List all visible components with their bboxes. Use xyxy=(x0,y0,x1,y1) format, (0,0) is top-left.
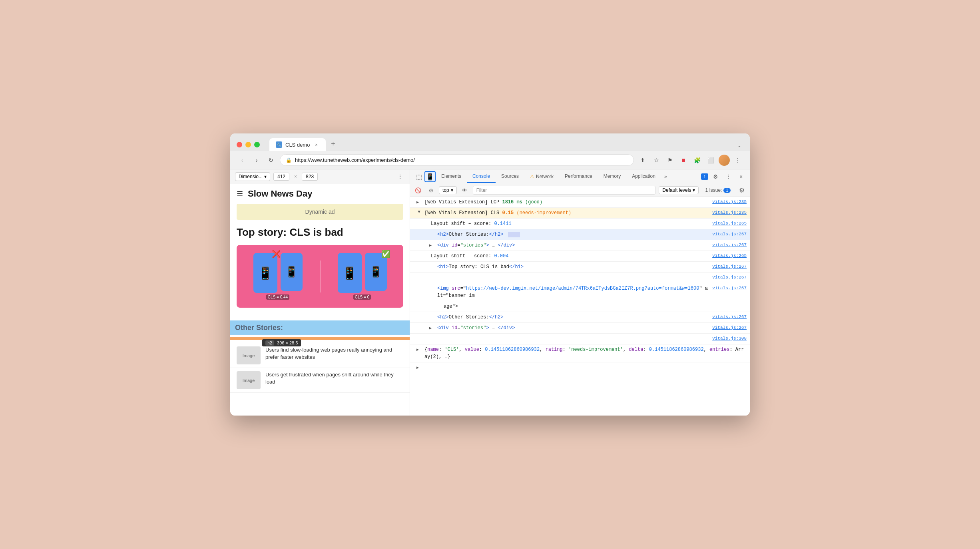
top-context-dropdown[interactable]: top ▾ xyxy=(439,186,457,194)
tab-sources[interactable]: Sources xyxy=(496,170,524,183)
h2-link[interactable]: vitals.js:267 xyxy=(712,231,747,238)
filter-input[interactable] xyxy=(473,186,656,195)
tab-favicon: 🔧 xyxy=(276,141,282,148)
new-tab-button[interactable]: + xyxy=(327,138,339,149)
forward-button[interactable]: › xyxy=(251,155,262,166)
tab-elements[interactable]: Elements xyxy=(436,170,467,183)
width-input[interactable] xyxy=(273,173,289,181)
maximize-button[interactable] xyxy=(254,142,260,147)
address-bar[interactable]: 🔒 https://www.tunetheweb.com/experiments… xyxy=(280,154,634,166)
flag-button[interactable]: ⚑ xyxy=(664,155,675,166)
ls2-text: Layout shift – score: xyxy=(431,253,494,259)
div-stories-2: ▶ <div id="stories"> … </div> vitals.js:… xyxy=(410,323,750,334)
ls1-content: Layout shift – score: 0.1411 xyxy=(431,220,709,227)
settings-button[interactable]: ⚙ xyxy=(710,171,721,182)
ls2-link[interactable]: vitals.js:265 xyxy=(712,253,747,259)
expand-arrow-obj[interactable]: ▶ xyxy=(416,347,421,353)
h1-text: Top story: CLS is bad xyxy=(449,264,509,270)
div1-close: </div> xyxy=(498,243,515,248)
h2b-link[interactable]: vitals.js:267 xyxy=(712,314,747,320)
tab-overflow-button[interactable]: » xyxy=(661,171,670,183)
story-title: Top story: CLS is bad xyxy=(237,226,403,239)
expand-arrow-div2[interactable]: ▶ xyxy=(429,325,434,331)
cls-link[interactable]: vitals.js:235 xyxy=(712,209,747,216)
reload-button[interactable]: ↻ xyxy=(265,155,277,166)
tab-performance[interactable]: Performance xyxy=(559,170,598,183)
dimension-dropdown[interactable]: Dimensio... ▾ xyxy=(235,172,270,181)
eye-button[interactable]: 👁 xyxy=(460,185,470,195)
expand-arrow-div1[interactable]: ▶ xyxy=(429,243,434,249)
close-button[interactable] xyxy=(237,142,242,147)
div2-gt: > xyxy=(486,325,489,331)
img-link[interactable]: vitals.js:267 xyxy=(712,285,747,292)
tab-memory[interactable]: Memory xyxy=(598,170,626,183)
browser-window: 🔧 CLS demo × + ⌄ ‹ › ↻ 🔒 https://www.tun… xyxy=(230,133,750,416)
div2-ellipsis: … xyxy=(489,325,498,331)
more-button[interactable]: ⋮ xyxy=(732,155,743,166)
v308-link[interactable]: vitals.js:308 xyxy=(712,335,747,342)
devtools-device-icon[interactable]: 📱 xyxy=(424,171,436,182)
tab-close-button[interactable]: × xyxy=(313,141,319,148)
active-tab[interactable]: 🔧 CLS demo × xyxy=(269,138,326,151)
tab-console[interactable]: Console xyxy=(467,170,496,183)
lock-icon: 🔒 xyxy=(286,157,292,163)
obj-value-val: 0.14511862860986932 xyxy=(485,347,540,352)
layout-shift-1: ▶ Layout shift – score: 0.1411 vitals.js… xyxy=(410,219,750,229)
h1-open: <h1> xyxy=(437,264,449,270)
div2-content: <div id="stories"> … </div> xyxy=(437,324,709,332)
h1-link[interactable]: vitals.js:267 xyxy=(712,263,747,270)
console-settings-button[interactable]: ⚙ xyxy=(737,185,747,195)
title-bar: 🔧 CLS demo × + ⌄ xyxy=(230,133,750,151)
minimize-button[interactable] xyxy=(245,142,251,147)
back-button[interactable]: ‹ xyxy=(237,155,248,166)
log-levels-dropdown[interactable]: Default levels ▾ xyxy=(659,186,699,194)
sidebar-button[interactable]: ⬜ xyxy=(705,155,716,166)
lcp-link[interactable]: vitals.js:235 xyxy=(712,199,747,205)
height-input[interactable] xyxy=(302,173,318,181)
v308-content xyxy=(424,335,709,342)
console-output: ▶ [Web Vitals Extension] LCP 1816 ms (go… xyxy=(410,197,750,416)
div1-val: "stories" xyxy=(460,243,486,248)
obj-name-val: 'CLS' xyxy=(444,347,459,352)
div1-link[interactable]: vitals.js:267 xyxy=(712,242,747,249)
cls-demo-image: 📱 ❌ 📱 CLS = 0.44 xyxy=(237,245,403,308)
tab-application[interactable]: Application xyxy=(626,170,661,183)
story-text-1: Users find slow-loading web pages really… xyxy=(265,346,403,361)
devtools-inspect-icon[interactable]: ⬚ xyxy=(413,171,424,182)
more-devtools-button[interactable]: ⋮ xyxy=(723,171,734,182)
x-icon: ❌ xyxy=(272,250,281,259)
ls1-link[interactable]: vitals.js:265 xyxy=(712,220,747,227)
traffic-lights xyxy=(237,142,260,147)
ls2-content: Layout shift – score: 0.004 xyxy=(431,253,709,260)
bookmark-button[interactable]: ☆ xyxy=(651,155,662,166)
blank-line-1: ▶ vitals.js:267 xyxy=(410,273,750,283)
filter-button[interactable]: ⊘ xyxy=(426,185,436,195)
expand-arrow-cls[interactable]: ▶ xyxy=(416,211,422,216)
expand-arrow-lcp[interactable]: ▶ xyxy=(416,199,421,205)
site-title: Slow News Day xyxy=(248,189,312,199)
nav-bar: ‹ › ↻ 🔒 https://www.tunetheweb.com/exper… xyxy=(230,151,750,169)
blank-link[interactable]: vitals.js:267 xyxy=(712,274,747,281)
cls-object-line: ▶ {name: 'CLS', value: 0.145118628609869… xyxy=(410,344,750,362)
phone-group-bad: 📱 ❌ 📱 xyxy=(253,253,303,293)
clear-console-button[interactable]: 🚫 xyxy=(413,185,423,195)
nav-actions: ⬆ ☆ ⚑ ■ 🧩 ⬜ ⋮ xyxy=(637,155,743,166)
chevron-down-icon[interactable]: ⌄ xyxy=(735,141,743,149)
ls2-value: 0.004 xyxy=(494,253,508,259)
profile-button[interactable] xyxy=(719,155,730,166)
extensions-button[interactable]: 🧩 xyxy=(691,155,703,166)
share-button[interactable]: ⬆ xyxy=(637,155,648,166)
phone-icon-bad-1: 📱 ❌ xyxy=(253,253,277,293)
more-options-button[interactable]: ⋮ xyxy=(395,172,405,181)
vitals-308-line: ▶ vitals.js:308 xyxy=(410,334,750,344)
close-devtools-button[interactable]: × xyxy=(735,171,747,182)
stop-button[interactable]: ■ xyxy=(678,155,689,166)
chevron-down-icon: ▾ xyxy=(451,187,453,193)
expand-arrow-end[interactable]: ▶ xyxy=(416,365,421,371)
mobile-preview: ☰ Slow News Day Dynamic ad Top story: CL… xyxy=(230,184,410,416)
obj-delta: delta xyxy=(629,347,643,352)
tab-network[interactable]: ⚠ Network xyxy=(524,171,559,183)
div2-link[interactable]: vitals.js:267 xyxy=(712,324,747,331)
lcp-content: [Web Vitals Extension] LCP 1816 ms (good… xyxy=(424,199,709,206)
badge-count: 1 xyxy=(701,173,708,180)
